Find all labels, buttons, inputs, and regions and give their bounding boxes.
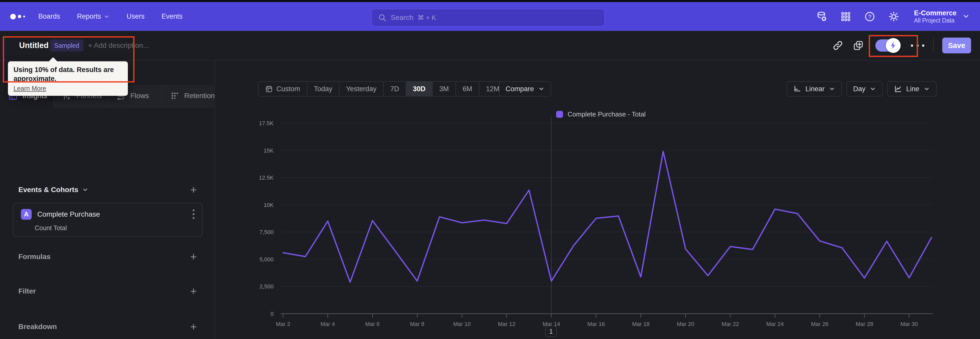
report-actions: Save xyxy=(832,31,971,60)
event-options-icon[interactable] xyxy=(191,208,196,221)
add-filter-button[interactable]: + xyxy=(190,287,197,296)
event-series-badge: A xyxy=(21,209,32,220)
section-label: Formulas xyxy=(18,253,51,261)
y-tick-label: 0 xyxy=(270,311,274,317)
query-sidebar: InsightsFunnelsFlowsRetention Events & C… xyxy=(0,61,215,339)
add-to-board-icon[interactable] xyxy=(853,40,864,51)
y-tick-label: 5,000 xyxy=(259,256,274,262)
event-name[interactable]: Complete Purchase xyxy=(37,210,100,218)
data-management-icon[interactable] xyxy=(816,11,828,22)
event-card-row: A Complete Purchase xyxy=(21,208,196,221)
header-divider xyxy=(933,38,934,53)
app: BoardsReportsUsersEvents Search ⌘ + K xyxy=(0,0,980,339)
x-tick-label: Mar 26 xyxy=(811,321,829,327)
x-tick-label: Mar 10 xyxy=(453,321,471,327)
tooltip-learn-more-link[interactable]: Learn More xyxy=(14,85,46,92)
lightning-bolt-icon xyxy=(889,41,897,50)
add-breakdown-button[interactable]: + xyxy=(190,322,197,331)
y-tick-label: 15K xyxy=(264,147,274,154)
more-options-icon[interactable] xyxy=(911,45,924,47)
y-tick-label: 12.5K xyxy=(259,174,274,181)
help-icon[interactable]: ? xyxy=(864,11,876,22)
x-tick-label: Mar 20 xyxy=(677,321,694,327)
x-tick-label: Mar 24 xyxy=(766,321,783,327)
retention-tab-icon xyxy=(170,91,180,101)
insights-line-chart[interactable]: 02,5005,0007,50010K12.5K15K17.5KMar 2Mar… xyxy=(216,61,980,339)
add-description[interactable]: + Add description... xyxy=(88,42,149,50)
x-tick-label: Mar 2 xyxy=(276,321,290,327)
sampling-tooltip: Using 10% of data. Results are approxima… xyxy=(8,61,128,96)
nav-link-users[interactable]: Users xyxy=(127,13,145,21)
search-icon xyxy=(378,13,387,22)
x-tick-label: Mar 28 xyxy=(856,321,873,327)
series-line-complete-purchase[interactable] xyxy=(283,152,932,282)
search-input[interactable]: Search ⌘ + K xyxy=(371,9,605,27)
window-top-strip xyxy=(0,0,980,2)
tab-label: Flows xyxy=(130,92,149,100)
apps-grid-icon[interactable] xyxy=(840,11,852,22)
chart-panel: CustomTodayYesterday7D30D3M6M12M Compare… xyxy=(216,61,980,339)
project-switcher[interactable]: E-Commerce All Project Data xyxy=(914,9,970,24)
chevron-down-icon xyxy=(103,14,110,20)
nav-link-reports[interactable]: Reports xyxy=(77,13,110,21)
project-scope: All Project Data xyxy=(914,17,956,24)
sampling-toggle[interactable] xyxy=(875,39,900,51)
report-header: Untitled Sampled + Add description... xyxy=(0,31,980,61)
pagination-page-1[interactable]: 1 xyxy=(545,326,557,337)
y-tick-label: 2,500 xyxy=(259,283,274,290)
x-tick-label: Mar 8 xyxy=(410,321,425,327)
y-tick-label: 10K xyxy=(264,202,274,208)
y-tick-label: 17.5K xyxy=(259,120,274,126)
copy-link-icon[interactable] xyxy=(832,40,844,51)
save-button[interactable]: Save xyxy=(942,38,971,53)
tab-label: Retention xyxy=(184,92,215,100)
chevron-down-icon xyxy=(82,187,89,193)
sampled-badge[interactable]: Sampled xyxy=(50,40,83,51)
x-tick-label: Mar 22 xyxy=(721,321,739,327)
add-formulas-button[interactable]: + xyxy=(190,252,197,261)
event-card[interactable]: A Complete Purchase Count Total xyxy=(13,203,203,237)
svg-text:?: ? xyxy=(868,14,871,20)
chevron-down-icon xyxy=(962,13,970,20)
events-cohorts-heading[interactable]: Events & Cohorts xyxy=(18,186,89,194)
section-breakdown: Breakdown+ xyxy=(18,321,197,332)
settings-gear-icon[interactable] xyxy=(888,11,900,22)
sampling-toggle-knob xyxy=(886,38,900,53)
report-title[interactable]: Untitled xyxy=(19,41,48,50)
project-name: E-Commerce xyxy=(914,9,956,17)
search-placeholder: Search xyxy=(391,14,414,22)
nav-link-events[interactable]: Events xyxy=(162,13,183,21)
add-event-button[interactable]: + xyxy=(190,185,197,194)
x-tick-label: Mar 6 xyxy=(365,321,380,327)
section-label: Filter xyxy=(18,287,36,295)
search-shortcut: ⌘ + K xyxy=(417,14,436,22)
top-nav: BoardsReportsUsersEvents Search ⌘ + K xyxy=(0,2,980,31)
mixpanel-logo-icon[interactable] xyxy=(10,2,25,31)
y-tick-label: 7,500 xyxy=(259,229,274,235)
nav-links: BoardsReportsUsersEvents xyxy=(38,2,183,31)
tooltip-message: Using 10% of data. Results are approxima… xyxy=(14,66,122,83)
x-tick-label: Mar 16 xyxy=(587,321,605,327)
event-metric[interactable]: Count Total xyxy=(35,224,67,232)
x-tick-label: Mar 30 xyxy=(900,321,918,327)
x-tick-label: Mar 4 xyxy=(321,321,335,327)
section-formulas: Formulas+ xyxy=(18,252,197,262)
events-cohorts-header: Events & Cohorts + xyxy=(18,185,197,195)
section-filter: Filter+ xyxy=(18,286,197,296)
nav-right-group: ? E-Commerce All Project Data xyxy=(816,2,970,31)
section-label: Breakdown xyxy=(18,323,57,331)
x-tick-label: Mar 12 xyxy=(498,321,515,327)
tab-retention[interactable]: Retention xyxy=(161,85,215,107)
nav-link-boards[interactable]: Boards xyxy=(38,13,60,21)
x-tick-label: Mar 18 xyxy=(632,321,649,327)
